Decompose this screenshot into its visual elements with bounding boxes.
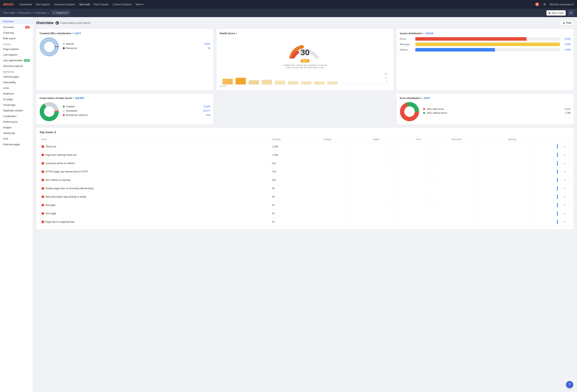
- crawl-anatomy-button[interactable]: ▶ Crawl anatomy and reports: [55, 21, 90, 25]
- sidebar-item-javascript[interactable]: JavaScript: [0, 130, 33, 136]
- row-expand-button[interactable]: ▾: [564, 195, 565, 198]
- crawled-label: Crawled: [66, 105, 74, 108]
- nav-site-audit[interactable]: Site Audit: [79, 3, 90, 6]
- info-icon-crawled[interactable]: ℹ: [72, 32, 73, 35]
- legend-crawled: Crawled 73,404: [63, 105, 210, 108]
- page-header-left: Overview ▶ Crawl anatomy and reports: [36, 21, 90, 25]
- row-expand-button[interactable]: ▾: [564, 153, 565, 157]
- row-expand-button[interactable]: ▾: [564, 212, 565, 215]
- nav-site-explorer[interactable]: Site Explorer: [36, 3, 50, 6]
- on-page-label: On page: [3, 98, 13, 101]
- issue-name-text: Meta description tag missing or empty: [45, 196, 86, 198]
- sidebar-item-performance[interactable]: Performance: [0, 119, 33, 125]
- errors-track: [415, 37, 560, 41]
- sidebar-item-link-opportunities[interactable]: Link opportunities NEW: [0, 58, 33, 63]
- table-row: Meta description tag missing or empty 96…: [39, 193, 571, 201]
- issue-name-cell: Meta description tag missing or empty: [39, 193, 270, 201]
- crawled-cell: 1,998: [270, 142, 321, 151]
- row-expand-button[interactable]: ▾: [564, 162, 565, 165]
- sidebar-item-structure-explorer[interactable]: Structure explorer: [0, 63, 33, 69]
- row-menu-button[interactable]: ⋮: [560, 195, 563, 199]
- sidebar-item-internal-pages[interactable]: Internal pages: [0, 74, 33, 80]
- nav-content-explorer[interactable]: Content Explorer: [113, 3, 132, 6]
- notices-track: [415, 48, 560, 52]
- sidebar-item-duplicate-content[interactable]: Duplicate content: [0, 108, 33, 113]
- issue-name-cell: 3XX redirect in sitemap: [39, 176, 270, 184]
- crawl-status-label: Crawl status of links found: [39, 97, 72, 99]
- row-menu-button[interactable]: ⋮: [560, 187, 563, 190]
- sidebar-item-page-explorer[interactable]: Page explorer: [0, 46, 33, 52]
- health-description: Health Score reflects the proportion of …: [282, 64, 328, 69]
- row-menu-button[interactable]: ⋮: [560, 153, 563, 157]
- health-score-label: Health Score: [220, 32, 235, 35]
- breadcrumb-site-audit[interactable]: Site Audit: [3, 11, 15, 14]
- sidebar-item-on-page[interactable]: On page: [0, 97, 33, 102]
- sidebar-item-social-tags[interactable]: Social tags: [0, 102, 33, 108]
- row-menu-button[interactable]: ⋮: [560, 220, 563, 224]
- removed-cell: —: [450, 218, 506, 226]
- info-icon-issues[interactable]: ℹ: [424, 32, 425, 35]
- row-expand-button[interactable]: ▾: [564, 145, 565, 148]
- sidebar-item-crawl-log[interactable]: Crawl log: [0, 30, 33, 35]
- info-icon-top-issues[interactable]: ℹ: [55, 131, 56, 134]
- sidebar-item-localization[interactable]: Localization: [0, 113, 33, 119]
- new-crawl-button[interactable]: ▶ New crawl: [546, 10, 566, 16]
- breadcrumb-disneyland[interactable]: Disneyland: [18, 11, 31, 14]
- notifications-button[interactable]: 29: [535, 2, 539, 6]
- sidebar-item-links[interactable]: Links: [0, 85, 33, 91]
- info-icon-crawl[interactable]: ℹ: [73, 97, 74, 99]
- print-button[interactable]: 🖨 Print: [560, 20, 574, 26]
- row-menu-button[interactable]: ⋮: [560, 212, 563, 215]
- row-actions-cell: ⋮ ▾: [555, 201, 571, 209]
- sidebar-item-css[interactable]: CSS: [0, 136, 33, 142]
- table-row: Page has no outgoing links 42 — — — — — …: [39, 218, 571, 226]
- all-issues-label: All issues: [3, 26, 14, 29]
- row-menu-button[interactable]: ⋮: [560, 178, 563, 182]
- issue-name-text: Orphan page (has no incoming internal li…: [45, 187, 94, 190]
- crawl-log-label: Crawl log: [3, 31, 14, 34]
- uncrawled-dot: [63, 110, 65, 112]
- play-icon: ▶: [549, 11, 551, 14]
- top-issues-title: Top issues ℹ: [39, 131, 571, 134]
- sidebar-item-indexability[interactable]: Indexability: [0, 80, 33, 85]
- row-expand-button[interactable]: ▾: [564, 220, 565, 224]
- row-expand-button[interactable]: ▾: [564, 170, 565, 173]
- nav-more[interactable]: More ▾: [136, 3, 144, 6]
- svg-rect-8: [288, 81, 298, 85]
- sidebar-item-link-explorer[interactable]: Link explorer: [0, 52, 33, 58]
- help-button[interactable]: ?: [566, 381, 573, 388]
- segment-button[interactable]: ⬡ Segment ▾: [51, 10, 70, 15]
- sidebar-item-redirects[interactable]: Redirects: [0, 91, 33, 97]
- row-expand-button[interactable]: ▾: [564, 187, 565, 190]
- info-icon-health[interactable]: ℹ: [236, 32, 237, 35]
- blocked-dot: [63, 114, 65, 116]
- sidebar-item-images[interactable]: Images: [0, 125, 33, 130]
- sidebar-item-external-pages[interactable]: External pages: [0, 142, 33, 147]
- row-expand-button[interactable]: ▾: [564, 178, 565, 182]
- sidebar-item-overview[interactable]: Overview: [0, 19, 33, 24]
- play-circle-icon: ▶: [55, 21, 59, 25]
- row-menu-button[interactable]: ⋮: [560, 170, 563, 174]
- sidebar-item-all-issues[interactable]: All issues 23: [0, 24, 33, 30]
- row-menu-button[interactable]: ⋮: [560, 162, 563, 165]
- info-icon-error[interactable]: ℹ: [422, 97, 423, 99]
- workspace-selector[interactable]: Michal's workspace ▾: [550, 3, 574, 6]
- notices-value: 4,609: [562, 48, 571, 51]
- nav-keywords-explorer[interactable]: Keywords Explorer: [54, 3, 75, 6]
- crawl-anatomy-label: Crawl anatomy and reports: [60, 21, 90, 24]
- table-header: Issue Crawled Change Added New Removed M…: [39, 136, 571, 142]
- settings-button[interactable]: ⚙: [568, 10, 574, 16]
- removed-cell: —: [450, 142, 506, 151]
- main-layout: Overview All issues 23 Crawl log Bulk ex…: [0, 17, 577, 392]
- sidebar-item-bulk-export[interactable]: Bulk export: [0, 35, 33, 41]
- row-menu-button[interactable]: ⋮: [560, 203, 563, 207]
- nav-more-link[interactable]: More: [136, 3, 142, 6]
- breadcrumb-yesterday[interactable]: Yesterday: [34, 11, 46, 14]
- row-menu-button[interactable]: ⋮: [560, 145, 563, 149]
- nav-dashboard[interactable]: Dashboard: [19, 3, 32, 6]
- top-issues-section: Top issues ℹ Issue Crawled Change Added …: [36, 127, 574, 229]
- nav-rank-tracker[interactable]: Rank Tracker: [94, 3, 109, 6]
- crawl-status-card: Crawl status of links found ℹ 109,697: [36, 93, 214, 125]
- row-expand-button[interactable]: ▾: [564, 204, 565, 207]
- errors-label: Errors: [400, 37, 413, 40]
